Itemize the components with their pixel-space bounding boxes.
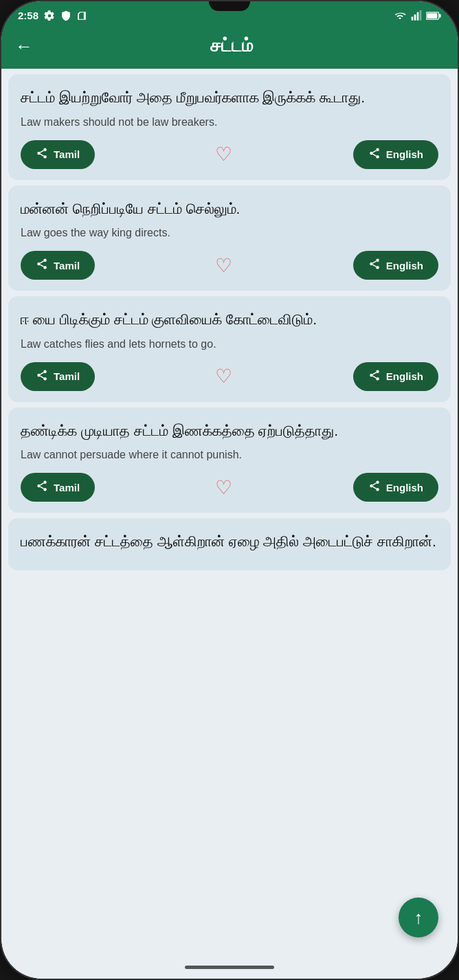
share-icon-4	[368, 258, 381, 273]
svg-point-24	[376, 266, 379, 269]
svg-line-20	[40, 265, 43, 267]
svg-line-16	[372, 150, 376, 152]
status-icons	[393, 10, 441, 21]
card-4-actions: Tamil ♡ English	[21, 473, 438, 502]
svg-line-11	[40, 150, 43, 152]
settings-icon	[44, 10, 55, 21]
time-display: 2:58	[18, 10, 38, 21]
card-3-tamil-share-button[interactable]: Tamil	[21, 362, 95, 391]
share-svg-2	[368, 147, 381, 159]
share-icon	[36, 147, 48, 162]
card-4-tamil: தண்டிக்க முடியாத சட்டம் இணக்கத்தை ஏற்படு…	[21, 420, 438, 442]
card-4: தண்டிக்க முடியாத சட்டம் இணக்கத்தை ஏற்படு…	[8, 408, 451, 513]
home-indicator	[185, 966, 274, 969]
share-svg-4	[368, 258, 381, 270]
card-1-tamil: சட்டம் இயற்றுவோர் அதை மீறுபவர்களாக இருக்…	[21, 87, 438, 109]
card-3: ஈ யை பிடிக்கும் சட்டம் குளவியைக் கோட்டைவ…	[8, 296, 451, 402]
card-4-english-share-button[interactable]: English	[353, 473, 438, 502]
back-button[interactable]: ←	[15, 37, 33, 55]
card-2-actions: Tamil ♡ English	[21, 251, 438, 280]
card-2-english-share-button[interactable]: English	[353, 251, 438, 280]
svg-point-22	[376, 259, 379, 263]
card-1: சட்டம் இயற்றுவோர் அதை மீறுபவர்களாக இருக்…	[8, 74, 451, 180]
svg-line-45	[372, 487, 376, 489]
share-icon-2	[368, 147, 381, 162]
scroll-content: சட்டம் இயற்றுவோர் அதை மீறுபவர்களாக இருக்…	[1, 69, 458, 979]
svg-point-32	[376, 370, 379, 373]
svg-point-18	[37, 263, 41, 266]
card-4-tamil-share-button[interactable]: Tamil	[21, 473, 95, 502]
battery-icon	[426, 11, 441, 21]
card-1-tamil-share-button[interactable]: Tamil	[21, 140, 95, 169]
svg-rect-5	[439, 14, 441, 17]
card-1-actions: Tamil ♡ English	[21, 140, 438, 169]
svg-point-27	[43, 370, 47, 373]
card-2-english-label: English	[386, 260, 423, 271]
card-2-tamil-label: Tamil	[54, 260, 80, 271]
card-3-actions: Tamil ♡ English	[21, 362, 438, 391]
svg-point-28	[37, 373, 41, 377]
svg-point-34	[376, 377, 379, 381]
share-svg-7	[36, 480, 48, 492]
card-2-tamil: மன்னன் நெறிப்படியே சட்டம் செல்லும்.	[21, 198, 438, 220]
svg-point-8	[37, 151, 41, 155]
svg-point-33	[370, 373, 373, 377]
shield-icon	[60, 10, 71, 21]
svg-line-40	[40, 487, 43, 489]
svg-rect-3	[420, 10, 422, 21]
scroll-to-top-button[interactable]: ↑	[399, 898, 438, 937]
svg-point-7	[43, 148, 47, 151]
card-1-english-share-button[interactable]: English	[353, 140, 438, 169]
page-title: சட்டம்	[44, 35, 419, 56]
share-svg-8	[368, 480, 381, 492]
svg-rect-0	[412, 16, 414, 20]
card-1-favorite-button[interactable]: ♡	[215, 143, 232, 166]
share-svg-5	[36, 369, 48, 381]
card-3-english: Law catches flies and lets hornets to go…	[21, 336, 438, 353]
svg-line-30	[40, 376, 43, 378]
card-4-favorite-button[interactable]: ♡	[215, 476, 232, 499]
card-4-tamil-label: Tamil	[54, 482, 80, 493]
svg-line-46	[372, 483, 376, 485]
wifi-icon	[393, 10, 407, 21]
share-icon-3	[36, 258, 48, 273]
share-icon-6	[368, 369, 381, 384]
svg-point-19	[43, 266, 47, 269]
card-5-partial: பணக்காரன் சட்டத்தை ஆள்கிறான் ஏழை அதில் அ…	[8, 518, 451, 570]
sim-icon	[77, 10, 87, 21]
card-1-english: Law makers should not be law breakers.	[21, 114, 438, 131]
card-4-english: Law cannot persuade where it cannot puni…	[21, 447, 438, 463]
card-3-favorite-button[interactable]: ♡	[215, 365, 232, 388]
card-2-tamil-share-button[interactable]: Tamil	[21, 251, 95, 280]
svg-point-14	[376, 155, 379, 159]
share-svg	[36, 147, 48, 159]
share-svg-6	[368, 369, 381, 381]
status-time: 2:58	[18, 10, 87, 21]
svg-rect-2	[417, 12, 419, 20]
svg-line-21	[40, 261, 43, 263]
card-2-favorite-button[interactable]: ♡	[215, 254, 232, 277]
svg-rect-6	[427, 13, 437, 19]
svg-line-25	[372, 265, 376, 267]
card-3-english-share-button[interactable]: English	[353, 362, 438, 391]
svg-line-15	[372, 154, 376, 156]
card-2: மன்னன் நெறிப்படியே சட்டம் செல்லும். Law …	[8, 186, 451, 291]
svg-line-31	[40, 372, 43, 374]
svg-point-12	[376, 148, 379, 151]
svg-point-17	[43, 259, 47, 263]
svg-rect-1	[414, 14, 416, 21]
svg-line-35	[372, 376, 376, 378]
svg-point-23	[370, 263, 373, 266]
svg-point-37	[43, 481, 47, 485]
card-2-english: Law goes the way king directs.	[21, 225, 438, 241]
card-3-english-label: English	[386, 370, 423, 382]
card-3-tamil: ஈ யை பிடிக்கும் சட்டம் குளவியைக் கோட்டைவ…	[21, 309, 438, 331]
svg-line-36	[372, 372, 376, 374]
top-bar: ← சட்டம்	[1, 25, 458, 69]
svg-line-10	[40, 154, 43, 156]
card-5-tamil: பணக்காரன் சட்டத்தை ஆள்கிறான் ஏழை அதில் அ…	[21, 531, 438, 553]
svg-point-9	[43, 155, 47, 159]
svg-point-29	[43, 377, 47, 381]
card-4-english-label: English	[386, 482, 423, 493]
svg-point-39	[43, 488, 47, 491]
